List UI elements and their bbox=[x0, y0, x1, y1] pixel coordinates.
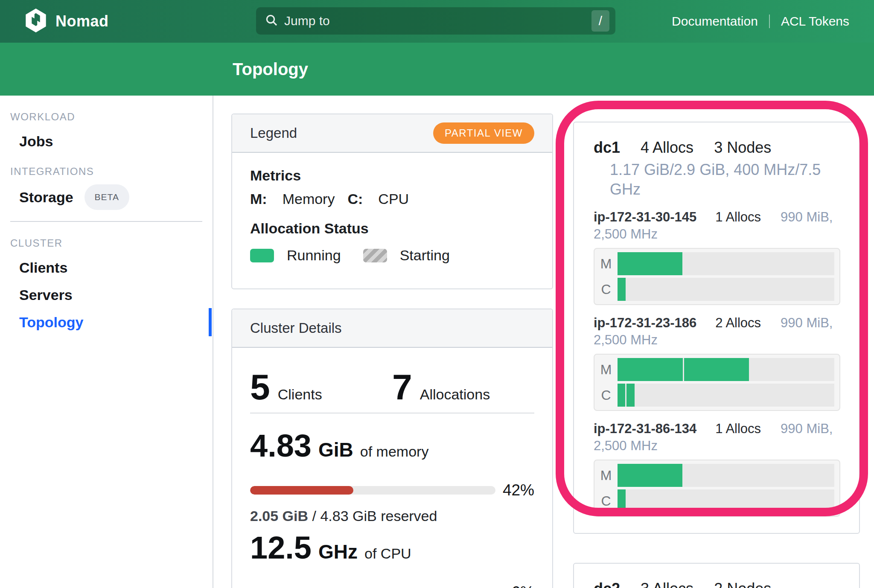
cluster-details-header: Cluster Details bbox=[232, 309, 552, 348]
memory-track bbox=[618, 464, 834, 487]
memory-bar: M bbox=[594, 464, 834, 487]
sidebar-section-integrations: INTEGRATIONS bbox=[10, 166, 213, 178]
host-row: ip-172-31-30-1451 Allocs990 MiB, 2,500 M… bbox=[594, 209, 840, 305]
host1-usage-bars[interactable]: M C bbox=[594, 248, 840, 305]
clients-count: 5 bbox=[250, 367, 270, 407]
allocation-segment[interactable] bbox=[618, 252, 682, 275]
allocation-segment[interactable] bbox=[618, 464, 682, 487]
nomad-brand[interactable]: Nomad bbox=[25, 0, 109, 43]
dc1-nodes: 3 Nodes bbox=[714, 139, 771, 156]
sidebar-section-workload: WORKLOAD bbox=[10, 111, 213, 123]
metrics-title: Metrics bbox=[250, 167, 534, 184]
legend-card: Legend PARTIAL VIEW Metrics M:MemoryC:CP… bbox=[231, 114, 553, 289]
cpu-bar: C bbox=[594, 384, 834, 407]
memory-track bbox=[618, 358, 834, 381]
cpu-bar-row: 6% bbox=[250, 583, 534, 588]
host3-name: ip-172-31-86-134 bbox=[594, 421, 696, 436]
sidebar-item-topology[interactable]: Topology bbox=[0, 313, 213, 331]
memory-unit: GiB bbox=[318, 433, 353, 467]
running-status-swatch bbox=[250, 249, 274, 262]
cpu-bar-label: C bbox=[594, 282, 618, 297]
host1-allocs: 1 Allocs bbox=[715, 210, 761, 224]
sidebar-divider bbox=[10, 221, 202, 222]
acl-tokens-link[interactable]: ACL Tokens bbox=[781, 14, 849, 29]
host1-cpu-reserved: 2,500 MHz bbox=[594, 227, 658, 242]
dc1-allocs: 4 Allocs bbox=[641, 139, 693, 156]
memory-progress-track bbox=[250, 486, 495, 495]
host3-allocs: 1 Allocs bbox=[715, 421, 761, 436]
memory-caption: of memory bbox=[360, 434, 429, 469]
cpu-track bbox=[618, 489, 834, 512]
memory-progress-fill bbox=[250, 486, 353, 495]
allocation-segment[interactable] bbox=[618, 489, 626, 512]
search-placeholder: Jump to bbox=[284, 14, 591, 28]
page-header: Topology bbox=[0, 43, 874, 96]
host3-usage-bars[interactable]: M C bbox=[594, 460, 840, 517]
active-item-indicator bbox=[209, 308, 212, 336]
host2-header: ip-172-31-23-1862 Allocs990 MiB, 2,500 M… bbox=[594, 314, 840, 349]
host2-name: ip-172-31-23-186 bbox=[594, 315, 696, 330]
documentation-link[interactable]: Documentation bbox=[672, 14, 758, 29]
allocations-label: Allocations bbox=[420, 386, 490, 403]
cpu-percent: 6% bbox=[512, 583, 534, 588]
memory-heading: 4.83 GiB of memory bbox=[250, 429, 534, 469]
allocation-segment[interactable] bbox=[684, 358, 749, 381]
host2-usage-bars[interactable]: M C bbox=[594, 354, 840, 411]
nomad-topology-page: Nomad Jump to / Documentation ACL Tokens… bbox=[0, 0, 874, 588]
starting-status-swatch bbox=[363, 249, 387, 262]
sidebar-item-servers[interactable]: Servers bbox=[0, 286, 213, 304]
host2-cpu-reserved: 2,500 MHz bbox=[594, 332, 658, 347]
allocation-status-title: Allocation Status bbox=[250, 220, 534, 237]
cpu-track bbox=[618, 278, 834, 301]
datacenter-dc2-card: dc23 Allocs2 Nodes 900 MiB/1.93 GiB, 300… bbox=[573, 563, 860, 588]
starting-status-label: Starting bbox=[400, 247, 450, 264]
cluster-details-card: Cluster Details 5 Clients 7 Allocations … bbox=[231, 309, 553, 588]
dc1-aggregate: 1.17 GiB/2.9 GiB, 400 MHz/7.5 GHz bbox=[610, 160, 840, 199]
sidebar-item-storage[interactable]: StorageBETA bbox=[0, 187, 213, 205]
host3-memory-reserved: 990 MiB, bbox=[781, 421, 833, 436]
allocation-status-row: Running Starting bbox=[250, 247, 534, 264]
page-title: Topology bbox=[233, 43, 308, 96]
partial-view-badge: PARTIAL VIEW bbox=[433, 122, 534, 144]
memory-bar-row: 42% bbox=[250, 481, 534, 499]
cpu-bar-label: C bbox=[594, 493, 618, 509]
cpu-amount: 12.5 bbox=[250, 531, 312, 565]
clients-stat: 5 Clients bbox=[250, 367, 392, 407]
dc2-nodes: 2 Nodes bbox=[714, 580, 771, 588]
allocations-count: 7 bbox=[392, 367, 412, 407]
clients-label: Clients bbox=[278, 386, 322, 403]
legend-card-header: Legend PARTIAL VIEW bbox=[232, 114, 552, 153]
host1-header: ip-172-31-30-1451 Allocs990 MiB, 2,500 M… bbox=[594, 209, 840, 243]
jump-to-search[interactable]: Jump to / bbox=[256, 7, 615, 35]
sidebar: WORKLOAD Jobs INTEGRATIONS StorageBETA C… bbox=[0, 96, 213, 588]
running-status-label: Running bbox=[287, 247, 341, 264]
metric-key-memory: M: bbox=[250, 191, 267, 207]
nav-links-separator bbox=[769, 15, 770, 28]
slash-shortcut-key: / bbox=[591, 10, 609, 32]
beta-badge: BETA bbox=[84, 184, 129, 210]
host3-cpu-reserved: 2,500 MHz bbox=[594, 438, 658, 453]
memory-bar-label: M bbox=[594, 256, 618, 272]
memory-reserved-line: 2.05 GiB / 4.83 GiB reserved bbox=[250, 507, 534, 525]
brand-name: Nomad bbox=[55, 12, 109, 30]
host2-memory-reserved: 990 MiB, bbox=[781, 315, 833, 330]
allocation-segment[interactable] bbox=[618, 384, 625, 407]
sidebar-item-topology-label: Topology bbox=[19, 314, 83, 330]
memory-bar: M bbox=[594, 252, 834, 275]
sidebar-item-clients[interactable]: Clients bbox=[0, 259, 213, 277]
allocation-segment[interactable] bbox=[618, 358, 683, 381]
memory-track bbox=[618, 252, 834, 275]
stats-divider bbox=[250, 413, 534, 413]
cpu-bar: C bbox=[594, 278, 834, 301]
cluster-details-title: Cluster Details bbox=[250, 320, 342, 336]
allocation-segment[interactable] bbox=[618, 278, 626, 301]
memory-reserved-rest: / 4.83 GiB reserved bbox=[308, 508, 437, 524]
topology-panel: dc14 Allocs3 Nodes 1.17 GiB/2.9 GiB, 400… bbox=[573, 96, 860, 588]
nomad-logo-icon bbox=[25, 9, 47, 34]
cluster-stats-row: 5 Clients 7 Allocations bbox=[250, 367, 534, 407]
top-nav-links: Documentation ACL Tokens bbox=[672, 0, 849, 43]
sidebar-item-jobs[interactable]: Jobs bbox=[0, 132, 213, 150]
top-nav: Nomad Jump to / Documentation ACL Tokens bbox=[0, 0, 874, 43]
allocation-segment[interactable] bbox=[626, 384, 634, 407]
main-column: Legend PARTIAL VIEW Metrics M:MemoryC:CP… bbox=[231, 96, 553, 588]
